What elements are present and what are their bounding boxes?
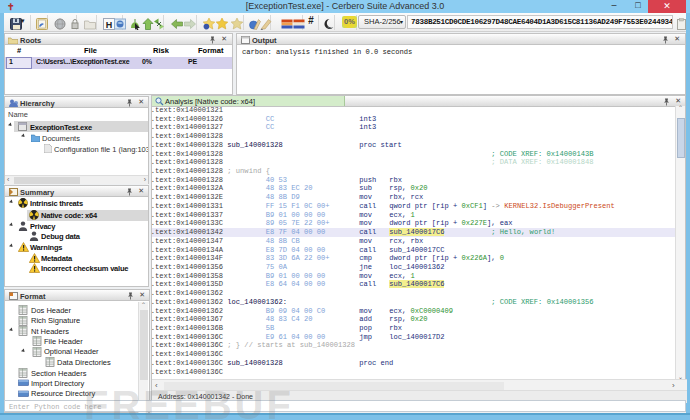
- svg-text:H: H: [106, 20, 113, 30]
